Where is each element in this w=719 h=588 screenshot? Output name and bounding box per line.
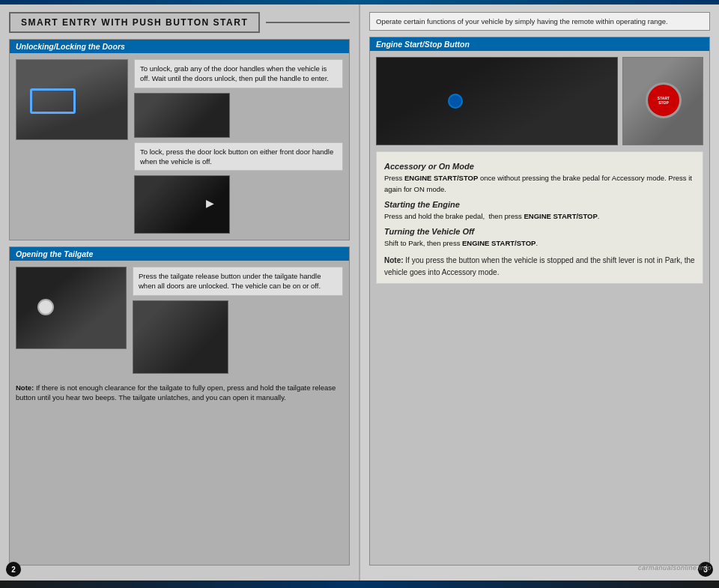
accessory-mode-text: Press ENGINE START/STOP once without pre… (384, 174, 692, 193)
lock-description: To lock, press the door lock button on e… (134, 142, 343, 172)
engine-info-box: Accessory or On Mode Press ENGINE START/… (376, 151, 703, 284)
engine-images-row (370, 51, 709, 151)
right-title-row: Operate certain functions of your vehicl… (369, 12, 710, 31)
watermark: carmanualsonline.info (638, 564, 712, 572)
page-number-left: 2 (6, 562, 21, 577)
unlock-section-header: Unlocking/Locking the Doors (10, 40, 349, 53)
operate-info-box: Operate certain functions of your vehicl… (369, 12, 710, 31)
tailgate-section-header: Opening the Tailgate (10, 247, 349, 261)
page-num-badge-2: 2 (6, 562, 21, 577)
starting-engine-title: Starting the Engine (384, 198, 695, 211)
tailgate-panel: Opening the Tailgate Press the tailgate … (9, 246, 350, 566)
door-lock-image (134, 175, 230, 234)
bottom-accent-bar (0, 581, 719, 588)
unlock-doors-panel: Unlocking/Locking the Doors To unlock, g… (9, 39, 350, 240)
page-title: SMART ENTRY WITH PUSH BUTTON START (9, 12, 260, 33)
engine-note: Note: If you press the button when the v… (384, 255, 695, 278)
tailgate-content: Press the tailgate release button under … (10, 261, 349, 380)
turning-off-text: Shift to Park, then press ENGINE START/S… (384, 239, 538, 247)
title-line (266, 22, 350, 23)
starting-engine-text: Press and hold the brake pedal, then pre… (384, 212, 599, 220)
accessory-mode-title: Accessory or On Mode (384, 160, 695, 173)
unlock-content: To unlock, grab any of the door handles … (10, 53, 349, 240)
engine-start-stop-label-3: ENGINE START/STOP (462, 239, 536, 247)
tailgate-button-image (133, 300, 228, 374)
tailgate-note-text: If there is not enough clearance for the… (16, 384, 336, 401)
tailgate-description: Press the tailgate release button under … (133, 267, 343, 296)
engine-start-stop-label-1: ENGINE START/STOP (404, 174, 478, 182)
door-handle-image (134, 93, 230, 138)
tailgate-car-image (16, 267, 127, 349)
tailgate-note-bold: Note: (16, 384, 34, 392)
engine-panel: Engine Start/Stop Button Accessory or On… (369, 37, 710, 566)
door-image (16, 59, 128, 140)
engine-start-stop-label-2: ENGINE START/STOP (524, 212, 597, 220)
door-image-col (16, 59, 128, 234)
tailgate-right-col: Press the tailgate release button under … (133, 267, 343, 374)
engine-note-text: If you press the button when the vehicle… (384, 256, 695, 276)
start-button-image (622, 57, 703, 145)
engine-section-header: Engine Start/Stop Button (370, 37, 709, 51)
dashboard-image (376, 57, 618, 145)
engine-note-bold: Note: (384, 256, 404, 264)
page-title-row: SMART ENTRY WITH PUSH BUTTON START (9, 12, 350, 33)
right-page: Operate certain functions of your vehicl… (360, 4, 719, 581)
unlock-right-col: To unlock, grab any of the door handles … (134, 59, 343, 234)
unlock-description: To unlock, grab any of the door handles … (134, 59, 343, 88)
left-page: SMART ENTRY WITH PUSH BUTTON START Unloc… (0, 4, 359, 581)
tailgate-note: Note: If there is not enough clearance f… (10, 380, 349, 409)
turning-off-title: Turning the Vehicle Off (384, 225, 695, 238)
